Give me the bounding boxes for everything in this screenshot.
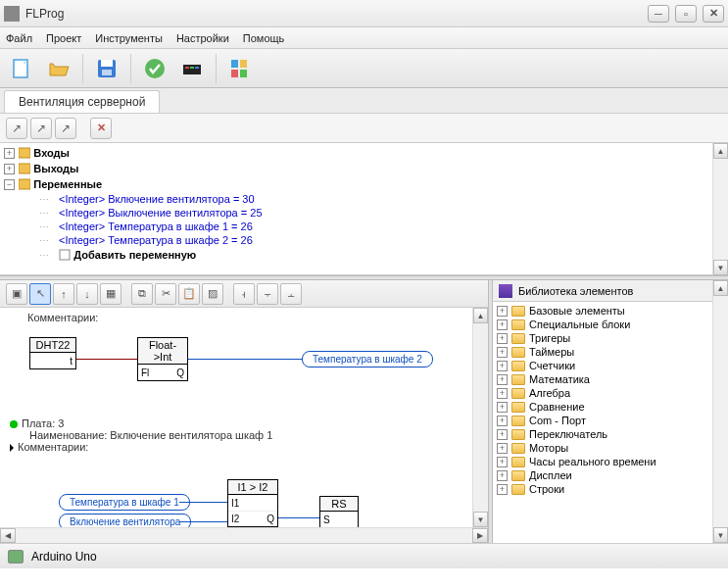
library-item[interactable]: +Тригеры [495,331,710,345]
library-item[interactable]: +Специальные блоки [495,318,710,331]
scroll-up-icon[interactable]: ▲ [713,280,728,296]
verify-button[interactable] [139,53,170,84]
tree-btn-2[interactable]: ↗ [30,118,52,139]
tree-toggle-icon[interactable]: + [4,148,15,159]
tree-var-item[interactable]: <Integer> Температура в шкафе 2 = 26 [59,234,253,246]
canvas-scrollbar-h[interactable]: ◀▶ [0,527,488,543]
tree-toggle-icon[interactable]: + [497,306,508,317]
tree-add-variable[interactable]: Добавить переменную [73,249,196,261]
upload-button[interactable] [176,53,208,84]
tree-var-item[interactable]: <Integer> Включение вентилятора = 30 [59,193,255,205]
tree-toggle-icon[interactable]: + [497,361,508,371]
tree-toggle-icon[interactable]: + [497,470,508,481]
tree-toggle-icon[interactable]: + [497,416,508,426]
library-item[interactable]: +Переключатель [495,427,710,441]
canvas-tool-select[interactable]: ↖ [29,283,51,305]
scroll-up-icon[interactable]: ▲ [713,143,728,159]
library-tree[interactable]: +Базовые элементы+Специальные блоки+Триг… [493,302,712,543]
library-item[interactable]: +Сравнение [495,400,710,414]
block-rs[interactable]: RS S [319,496,359,527]
library-item[interactable]: +Com - Порт [495,414,710,427]
window-title: FLProg [25,7,64,21]
minimize-button[interactable]: ─ [648,5,669,23]
tree-btn-1[interactable]: ↗ [6,118,27,139]
library-item-label: Базовые элементы [529,305,625,317]
block-compare[interactable]: I1 > I2 I1 I2Q [227,479,278,527]
scroll-right-icon[interactable]: ▶ [472,528,488,543]
scroll-up-icon[interactable]: ▲ [473,308,488,323]
library-item[interactable]: +Строки [495,482,710,496]
tree-toggle-icon[interactable]: + [497,443,508,454]
tree-var-item[interactable]: <Integer> Температура в шкафе 1 = 26 [59,220,253,232]
maximize-button[interactable]: ▫ [675,5,697,23]
tag-temp1[interactable]: Температура в шкафе 1 [59,494,190,511]
canvas-tool-5[interactable]: ▦ [100,283,121,305]
svg-rect-9 [231,60,238,68]
tree-toggle-icon[interactable]: + [497,388,508,399]
canvas-tool-9[interactable]: ▨ [202,283,223,305]
tree-inputs[interactable]: Входы [33,147,70,159]
block-dht22[interactable]: DHT22 t [29,337,76,369]
library-item[interactable]: +Базовые элементы [495,304,710,318]
tree-toggle-icon[interactable]: − [4,179,15,190]
menu-help[interactable]: Помощь [243,32,285,44]
tree-toggle-icon[interactable]: + [497,484,508,495]
menu-tools[interactable]: Инструменты [95,32,163,44]
tree-toggle-icon[interactable]: + [497,333,508,344]
canvas-tool-down[interactable]: ↓ [76,283,98,305]
library-item-label: Таймеры [529,346,574,358]
canvas-tool-align2[interactable]: ⫟ [257,283,278,305]
tree-btn-3[interactable]: ↗ [55,118,76,139]
svg-rect-6 [185,67,189,69]
new-button[interactable] [6,53,37,84]
canvas-tool-align1[interactable]: ⫞ [233,283,255,305]
tree-toggle-icon[interactable]: + [497,402,508,413]
library-item[interactable]: +Часы реального времени [495,455,710,468]
library-button[interactable] [224,53,256,84]
menu-project[interactable]: Проект [46,32,81,44]
close-button[interactable]: ✕ [703,5,724,23]
tree-toggle-icon[interactable]: + [497,347,508,358]
tree-variables[interactable]: Переменные [33,178,102,190]
library-item[interactable]: +Счетчики [495,359,710,372]
library-item[interactable]: +Моторы [495,441,710,455]
scroll-down-icon[interactable]: ▼ [713,260,728,275]
save-button[interactable] [91,53,122,84]
library-item-label: Счетчики [529,360,575,371]
canvas-tool-1[interactable]: ▣ [6,283,27,305]
tree-toggle-icon[interactable]: + [4,164,15,174]
tag-fan-on[interactable]: Включение вентилятора [59,514,191,527]
tree-delete-button[interactable]: ✕ [90,118,112,139]
tree-panel[interactable]: + Входы + Выходы − Переменные ⋯<Integer>… [0,143,712,275]
tree-toggle-icon[interactable]: + [497,429,508,440]
menu-file[interactable]: Файл [6,32,32,44]
canvas-scrollbar-v[interactable]: ▲▼ [472,308,488,527]
tree-toggle-icon[interactable]: + [497,374,508,385]
canvas-tool-align3[interactable]: ⫠ [280,283,302,305]
library-item[interactable]: +Математика [495,372,710,386]
library-item[interactable]: +Таймеры [495,345,710,359]
tree-scrollbar[interactable]: ▲▼ [712,143,728,275]
tab-strip: Вентиляция серверной [0,88,728,114]
scroll-down-icon[interactable]: ▼ [473,512,488,527]
tree-toggle-icon[interactable]: + [497,457,508,467]
canvas-tool-cut[interactable]: ✂ [155,283,176,305]
tag-temp2[interactable]: Температура в шкафе 2 [302,351,433,368]
scroll-down-icon[interactable]: ▼ [713,527,728,543]
tree-toggle-icon[interactable]: + [497,319,508,330]
canvas-area[interactable]: Комментарии: DHT22 t Float->Int FlQ Темп… [0,308,472,527]
canvas-tool-paste[interactable]: 📋 [178,283,200,305]
tree-var-item[interactable]: <Integer> Выключение вентилятора = 25 [59,207,263,219]
tree-outputs[interactable]: Выходы [33,163,78,174]
canvas-tool-up[interactable]: ↑ [53,283,74,305]
scroll-left-icon[interactable]: ◀ [0,528,16,543]
toolbar-separator [82,54,83,83]
tab-project[interactable]: Вентиляция серверной [4,90,160,113]
block-float2int[interactable]: Float->Int FlQ [137,337,188,381]
library-item[interactable]: +Дисплеи [495,468,710,482]
library-item[interactable]: +Алгебра [495,386,710,400]
menu-settings[interactable]: Настройки [176,32,229,44]
open-button[interactable] [43,53,74,84]
library-scrollbar[interactable]: ▲▼ [712,280,728,543]
canvas-tool-copy[interactable]: ⧉ [131,283,153,305]
